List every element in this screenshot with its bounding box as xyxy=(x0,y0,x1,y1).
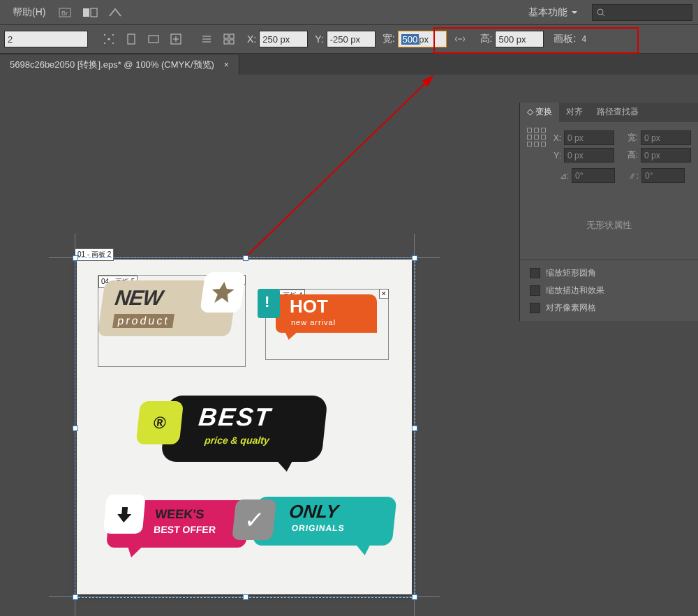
svg-point-10 xyxy=(112,43,114,44)
y-value-field[interactable]: -250 px xyxy=(327,31,376,47)
close-tab-icon[interactable]: × xyxy=(224,60,229,70)
badge-week: WEEK'S BEST OFFER xyxy=(108,500,248,548)
panel-tabs: ◇变换 对齐 路径查找器 xyxy=(520,103,698,122)
ruler-guide xyxy=(49,596,440,597)
panel-w-field[interactable]: 0 px xyxy=(641,130,691,145)
svg-rect-19 xyxy=(224,34,228,38)
panel-rotate-field[interactable]: 0° xyxy=(572,168,615,183)
badge-only: ✓ ONLY ORIGINALS xyxy=(255,497,394,546)
svg-point-6 xyxy=(108,38,110,40)
artboard-number-field[interactable]: 2 xyxy=(4,31,88,47)
menubar: 帮助(H) Br 基本功能 xyxy=(0,0,698,25)
workspace-preset-dropdown[interactable]: 基本功能 xyxy=(523,5,581,20)
document-tabbar: 5698c26be2050 [转换].eps* @ 100% (CMYK/预览)… xyxy=(0,54,698,75)
w-label: 宽: xyxy=(621,132,638,144)
svg-rect-12 xyxy=(149,36,158,43)
options-bar: 2 X: 250 px Y: -250 px 宽: 500 px 高: 500 … xyxy=(0,25,698,54)
search-icon xyxy=(597,8,605,17)
x-label: X: xyxy=(247,33,256,45)
help-menu[interactable]: 帮助(H) xyxy=(6,3,52,22)
artboards-count: 4 xyxy=(581,34,586,44)
svg-point-8 xyxy=(112,34,114,36)
tab-transform[interactable]: ◇变换 xyxy=(520,103,559,122)
link-dimensions-icon[interactable] xyxy=(451,31,469,47)
transform-panel: ◇变换 对齐 路径查找器 X:0 px宽:0 px Y:0 px高:0 px ⊿… xyxy=(519,103,698,321)
star-icon xyxy=(200,272,246,313)
svg-line-23 xyxy=(241,76,433,262)
panel-x-field[interactable]: 0 px xyxy=(564,130,614,145)
badge-text: new arrival xyxy=(291,318,336,326)
reference-point-icon[interactable] xyxy=(100,31,118,47)
svg-point-4 xyxy=(597,9,603,15)
document-title: 5698c26be2050 [转换].eps* @ 100% (CMYK/预览) xyxy=(10,59,214,71)
reference-point-grid[interactable] xyxy=(527,128,539,147)
badge-text: product xyxy=(112,314,174,328)
svg-rect-22 xyxy=(230,40,234,44)
arrow-down-icon xyxy=(103,495,146,534)
no-shape-properties: 无形状属性 xyxy=(520,191,698,260)
svg-rect-2 xyxy=(83,8,89,17)
svg-point-7 xyxy=(104,34,105,36)
y-label: Y: xyxy=(544,151,561,160)
badge-text: BEST xyxy=(198,403,273,432)
svg-rect-11 xyxy=(128,34,135,44)
svg-rect-20 xyxy=(230,34,234,38)
width-label: 宽: xyxy=(383,33,395,45)
height-value-field[interactable]: 500 px xyxy=(495,31,544,47)
badge-text: price & qualty xyxy=(204,435,269,446)
x-label: X: xyxy=(544,133,561,143)
svg-point-9 xyxy=(104,43,105,44)
badge-new: NEW product xyxy=(101,280,234,336)
arrange-docs-icon[interactable] xyxy=(80,4,100,21)
badge-text: BEST OFFER xyxy=(154,524,216,535)
ruler-guide xyxy=(75,234,75,616)
badge-text: WEEK'S xyxy=(154,507,205,522)
chk-align-pixel-grid[interactable]: 对齐像素网格 xyxy=(520,299,698,317)
search-input[interactable] xyxy=(592,4,692,21)
rotate-label: ⊿: xyxy=(552,171,569,181)
check-icon: ✓ xyxy=(232,499,276,540)
bridge-icon[interactable]: Br xyxy=(55,4,75,21)
y-label: Y: xyxy=(315,33,323,45)
badge-text: ORIGINALS xyxy=(291,523,345,533)
h-label: 高: xyxy=(621,149,638,161)
new-artboard-icon[interactable] xyxy=(167,31,185,47)
artboard-label: 01 - 画板 2 xyxy=(75,248,114,261)
tab-align[interactable]: 对齐 xyxy=(559,103,590,122)
exclamation-icon xyxy=(258,289,280,318)
badge-text: HOT xyxy=(290,296,328,317)
gpu-icon[interactable] xyxy=(105,4,125,21)
panel-y-field[interactable]: 0 px xyxy=(564,148,614,163)
svg-rect-21 xyxy=(224,40,228,44)
badge-best: ® BEST price & qualty xyxy=(164,396,325,462)
artboards-label: 画板: xyxy=(554,33,576,45)
panel-shear-field[interactable]: 0° xyxy=(641,168,685,183)
canvas-area[interactable]: 01 - 画板 2 04 - 画板 5 ✕ 03 - 画板 4 ✕ NEW pr… xyxy=(0,75,698,616)
chk-scale-strokes[interactable]: 缩放描边和效果 xyxy=(520,282,698,299)
artboard-portrait-icon[interactable] xyxy=(122,31,140,47)
svg-text:Br: Br xyxy=(61,10,68,17)
artboard-options-icon[interactable] xyxy=(198,31,216,47)
panel-h-field[interactable]: 0 px xyxy=(641,148,691,163)
annotation-arrow xyxy=(0,75,517,270)
svg-rect-3 xyxy=(91,8,97,17)
tab-pathfinder[interactable]: 路径查找器 xyxy=(590,103,646,122)
badge-text: ONLY xyxy=(288,501,340,523)
grid-toggle-icon[interactable] xyxy=(220,31,238,47)
close-icon[interactable]: ✕ xyxy=(379,289,389,299)
svg-marker-24 xyxy=(210,282,235,303)
artboard-landscape-icon[interactable] xyxy=(144,31,163,47)
svg-line-5 xyxy=(602,14,604,16)
width-value-field[interactable]: 500 px xyxy=(398,31,447,47)
document-tab[interactable]: 5698c26be2050 [转换].eps* @ 100% (CMYK/预览)… xyxy=(0,55,239,75)
artboard-main[interactable]: 01 - 画板 2 04 - 画板 5 ✕ 03 - 画板 4 ✕ NEW pr… xyxy=(77,260,412,594)
x-value-field[interactable]: 250 px xyxy=(259,31,308,47)
ruler-guide xyxy=(414,234,415,616)
registered-icon: ® xyxy=(136,401,184,444)
chk-scale-corners[interactable]: 缩放矩形圆角 xyxy=(520,264,698,282)
height-label: 高: xyxy=(480,33,493,45)
badge-text: NEW xyxy=(114,286,164,310)
shear-label: ⫽: xyxy=(622,171,639,181)
badge-hot: HOT new arrival xyxy=(276,294,377,333)
